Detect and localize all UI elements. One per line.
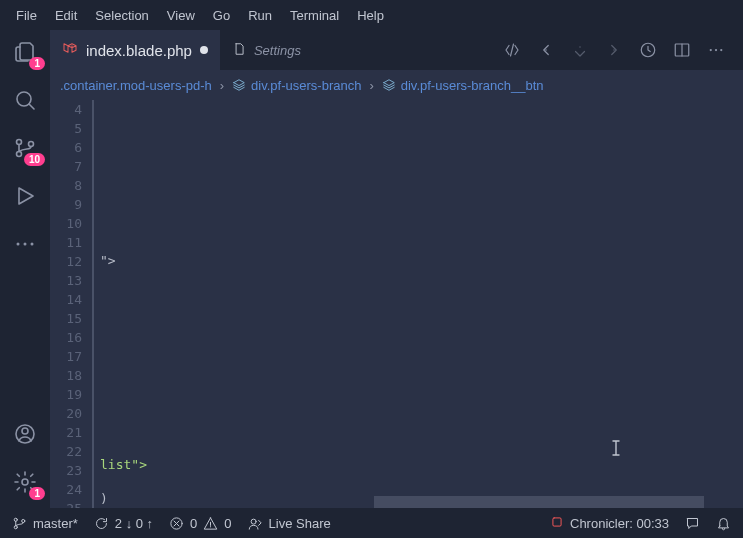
line-number: 4 — [50, 100, 82, 119]
line-number: 20 — [50, 404, 82, 423]
ellipsis-icon — [13, 232, 37, 256]
settings-badge: 1 — [29, 487, 45, 500]
menu-run[interactable]: Run — [240, 4, 280, 27]
menu-file[interactable]: File — [8, 4, 45, 27]
status-chronicler[interactable]: Chronicler: 00:33 — [550, 515, 669, 532]
line-number: 19 — [50, 385, 82, 404]
explorer-badge: 1 — [29, 57, 45, 70]
split-editor-icon[interactable] — [673, 41, 691, 59]
gutter: 4567891011121314151617181920212223242526… — [50, 100, 92, 508]
chevron-right-icon: › — [369, 78, 373, 93]
code-editor[interactable]: 4567891011121314151617181920212223242526… — [50, 100, 743, 508]
bell-icon — [716, 516, 731, 531]
menu-view[interactable]: View — [159, 4, 203, 27]
search-icon — [13, 88, 37, 112]
dirty-indicator-icon — [200, 46, 208, 54]
nav-back-icon[interactable] — [537, 41, 555, 59]
svg-point-5 — [24, 243, 27, 246]
breadcrumb-item[interactable]: div.pf-users-branch__btn — [382, 78, 544, 93]
line-number: 6 — [50, 138, 82, 157]
menu-terminal[interactable]: Terminal — [282, 4, 347, 27]
symbol-icon — [232, 78, 246, 92]
breadcrumb-item[interactable]: .container.mod-users-pd-h — [60, 78, 212, 93]
scm-badge: 10 — [24, 153, 45, 166]
breadcrumb-item[interactable]: div.pf-users-branch — [232, 78, 361, 93]
activity-run-debug[interactable] — [11, 182, 39, 210]
file-icon — [232, 42, 246, 59]
nav-down-icon[interactable] — [571, 41, 589, 59]
activity-explorer[interactable]: 1 — [11, 38, 39, 66]
line-number: 5 — [50, 119, 82, 138]
line-number: 22 — [50, 442, 82, 461]
svg-point-17 — [720, 49, 722, 51]
line-number: 25 — [50, 499, 82, 508]
menu-go[interactable]: Go — [205, 4, 238, 27]
line-number: 10 — [50, 214, 82, 233]
editor-area: index.blade.php Settings — [50, 30, 743, 508]
more-actions-icon[interactable] — [707, 41, 725, 59]
status-problems[interactable]: 0 0 — [169, 516, 231, 531]
line-number: 15 — [50, 309, 82, 328]
tab-label: index.blade.php — [86, 42, 192, 59]
line-number: 24 — [50, 480, 82, 499]
activity-search[interactable] — [11, 86, 39, 114]
warning-icon — [203, 516, 218, 531]
line-number: 14 — [50, 290, 82, 309]
menu-help[interactable]: Help — [349, 4, 392, 27]
svg-point-22 — [251, 519, 256, 524]
line-number: 23 — [50, 461, 82, 480]
svg-point-6 — [31, 243, 34, 246]
chevron-right-icon: › — [220, 78, 224, 93]
menu-edit[interactable]: Edit — [47, 4, 85, 27]
activity-accounts[interactable] — [11, 420, 39, 448]
horizontal-scrollbar[interactable] — [374, 496, 704, 508]
account-icon — [13, 422, 37, 446]
svg-point-9 — [22, 479, 28, 485]
tab-index-blade[interactable]: index.blade.php — [50, 30, 220, 70]
preview-icon[interactable] — [639, 41, 657, 59]
status-liveshare[interactable]: Live Share — [248, 516, 331, 531]
laravel-icon — [62, 41, 78, 60]
error-icon — [169, 516, 184, 531]
breadcrumb[interactable]: .container.mod-users-pd-h › div.pf-users… — [50, 70, 743, 100]
line-number: 8 — [50, 176, 82, 195]
menu-bar: File Edit Selection View Go Run Terminal… — [0, 0, 743, 30]
line-number: 7 — [50, 157, 82, 176]
tab-bar: index.blade.php Settings — [50, 30, 743, 70]
record-icon — [550, 515, 564, 532]
line-number: 18 — [50, 366, 82, 385]
text-cursor-icon — [610, 440, 622, 456]
line-number: 12 — [50, 252, 82, 271]
symbol-icon — [382, 78, 396, 92]
tab-label: Settings — [254, 43, 301, 58]
svg-point-10 — [545, 49, 547, 51]
status-feedback[interactable] — [685, 516, 700, 531]
svg-point-8 — [22, 428, 28, 434]
svg-point-11 — [579, 46, 581, 48]
feedback-icon — [685, 516, 700, 531]
status-sync[interactable]: 2 ↓ 0 ↑ — [94, 516, 153, 531]
play-icon — [13, 184, 37, 208]
minimap[interactable] — [731, 100, 743, 508]
code-content[interactable]: "> list"> ) et('img/frontend/icon/branch… — [92, 100, 731, 508]
status-notifications[interactable] — [716, 516, 731, 531]
editor-actions — [503, 41, 735, 59]
line-number: 9 — [50, 195, 82, 214]
line-number: 13 — [50, 271, 82, 290]
menu-selection[interactable]: Selection — [87, 4, 156, 27]
status-branch[interactable]: master* — [12, 516, 78, 531]
svg-point-15 — [710, 49, 712, 51]
activity-settings[interactable]: 1 — [11, 468, 39, 496]
compare-icon[interactable] — [503, 41, 521, 59]
nav-forward-icon[interactable] — [605, 41, 623, 59]
activity-more[interactable] — [11, 230, 39, 258]
line-number: 11 — [50, 233, 82, 252]
sync-icon — [94, 516, 109, 531]
liveshare-icon — [248, 516, 263, 531]
status-bar: master* 2 ↓ 0 ↑ 0 0 Live Share Chronicle… — [0, 508, 743, 538]
tab-settings[interactable]: Settings — [220, 30, 313, 70]
svg-point-4 — [17, 243, 20, 246]
branch-icon — [12, 516, 27, 531]
line-number: 17 — [50, 347, 82, 366]
activity-source-control[interactable]: 10 — [11, 134, 39, 162]
